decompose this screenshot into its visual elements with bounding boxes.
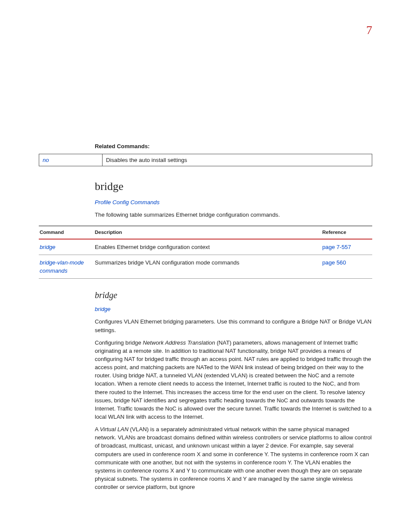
text-run: (NAT) parameters, allows management of I… [95,339,371,420]
command-summary-table: Command Description Reference bridge Ena… [39,226,372,279]
related-commands-label: Related Commands: [95,142,372,150]
page-reference-link[interactable]: page 560 [322,259,346,266]
text-run: (VLAN) is a separately administrated vir… [95,426,372,490]
table-row: no Disables the auto install settings [39,154,372,166]
emphasis: Network Address Translation [143,339,215,346]
related-command-desc: Disables the auto install settings [103,154,372,166]
bridge-subsection: bridge bridge Configures VLAN Ethernet b… [95,289,372,491]
col-header-command: Command [39,226,94,239]
paragraph: Configures VLAN Ethernet bridging parame… [95,317,372,334]
related-commands-block: Related Commands: [95,142,372,150]
paragraph: Configuring bridge Network Address Trans… [95,339,372,421]
chapter-number: 7 [366,22,372,39]
bridge-section: bridge Profile Config Commands The follo… [95,178,372,219]
subsection-heading: bridge [95,289,372,302]
paragraph: A Virtual LAN (VLAN) is a separately adm… [95,425,372,491]
table-header-row: Command Description Reference [39,226,372,239]
text-run: A [95,426,100,432]
section-heading: bridge [95,178,372,195]
col-header-description: Description [94,226,321,239]
parent-section-link[interactable]: Profile Config Commands [95,198,372,206]
table-row: bridge Enables Ethernet bridge configura… [39,239,372,255]
related-command-link[interactable]: no [39,154,103,166]
table-row: bridge-vlan-mode commands Summarizes bri… [39,255,372,279]
page: 7 Related Commands: no Disables the auto… [0,0,411,532]
emphasis: Virtual LAN [100,426,128,432]
related-commands-table: no Disables the auto install settings [39,154,372,166]
command-desc: Summarizes bridge VLAN configuration mod… [94,255,321,279]
col-header-reference: Reference [321,226,372,239]
section-intro: The following table summarizes Ethernet … [95,211,372,219]
text-run: Configuring bridge [95,339,143,346]
command-desc: Enables Ethernet bridge configuration co… [94,239,321,255]
command-link-bridge-vlan-mode[interactable]: bridge-vlan-mode commands [40,259,84,274]
subsection-link[interactable]: bridge [95,305,372,313]
page-content: Related Commands: no Disables the auto i… [39,142,372,495]
command-link-bridge[interactable]: bridge [40,244,56,250]
page-reference-link[interactable]: page 7-557 [322,244,351,250]
